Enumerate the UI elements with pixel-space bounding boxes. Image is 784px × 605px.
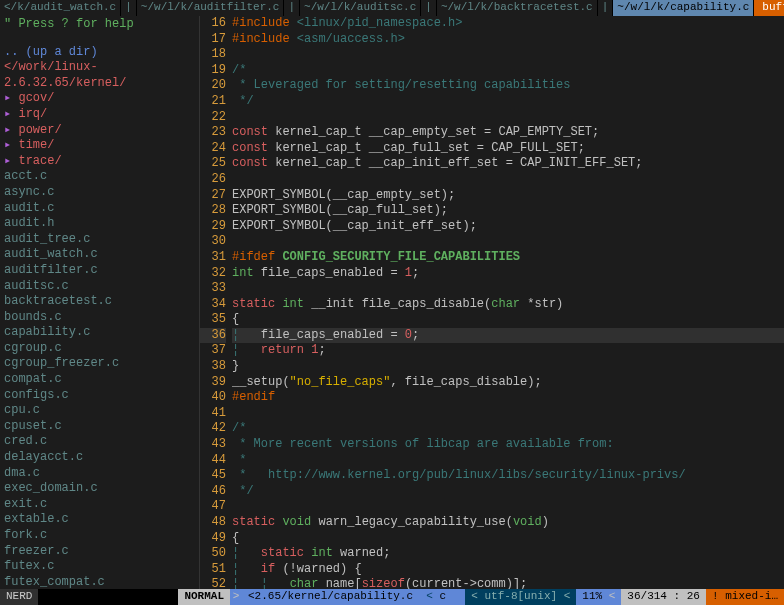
line-number: 34 bbox=[200, 297, 226, 313]
code-line[interactable]: const kernel_cap_t __cap_empty_set = CAP… bbox=[232, 125, 784, 141]
code-line[interactable]: EXPORT_SYMBOL(__cap_full_set); bbox=[232, 203, 784, 219]
code-line[interactable] bbox=[232, 110, 784, 126]
file-entry[interactable]: audit_watch.c bbox=[4, 247, 195, 263]
dir-entry[interactable]: ▸ gcov/ bbox=[4, 91, 195, 107]
code-line[interactable]: */ bbox=[232, 94, 784, 110]
file-entry[interactable]: dma.c bbox=[4, 466, 195, 482]
code-line[interactable]: ¦ if (!warned) { bbox=[232, 562, 784, 578]
file-list: acct.c async.c audit.c audit.h audit_tre… bbox=[4, 169, 195, 589]
line-number: 52 bbox=[200, 577, 226, 589]
code-line[interactable]: ¦ ¦ char name[sizeof(current->comm)]; bbox=[232, 577, 784, 589]
tab-2[interactable]: ~/w/l/k/auditsc.c bbox=[300, 0, 421, 16]
file-entry[interactable]: capability.c bbox=[4, 325, 195, 341]
status-separator: > bbox=[230, 589, 242, 605]
code-line[interactable]: const kernel_cap_t __cap_init_eff_set = … bbox=[232, 156, 784, 172]
dir-entry[interactable]: ▸ power/ bbox=[4, 123, 195, 139]
line-number: 23 bbox=[200, 125, 226, 141]
file-entry[interactable]: extable.c bbox=[4, 512, 195, 528]
file-entry[interactable]: delayacct.c bbox=[4, 450, 195, 466]
file-entry[interactable]: fork.c bbox=[4, 528, 195, 544]
dir-entry[interactable]: ▸ trace/ bbox=[4, 154, 195, 170]
code-line[interactable]: */ bbox=[232, 484, 784, 500]
file-entry[interactable]: cgroup_freezer.c bbox=[4, 356, 195, 372]
file-entry[interactable]: cpuset.c bbox=[4, 419, 195, 435]
file-entry[interactable]: configs.c bbox=[4, 388, 195, 404]
code-line[interactable]: #endif bbox=[232, 390, 784, 406]
line-number: 31 bbox=[200, 250, 226, 266]
file-entry[interactable]: exec_domain.c bbox=[4, 481, 195, 497]
file-entry[interactable]: audit_tree.c bbox=[4, 232, 195, 248]
line-number: 41 bbox=[200, 406, 226, 422]
line-number: 18 bbox=[200, 47, 226, 63]
file-entry[interactable]: async.c bbox=[4, 185, 195, 201]
status-percent: 11% < bbox=[576, 589, 621, 605]
code-line[interactable]: /* bbox=[232, 63, 784, 79]
code-line[interactable]: ¦ file_caps_enabled = 0; bbox=[232, 328, 784, 344]
code-line[interactable] bbox=[232, 234, 784, 250]
current-path: </work/linux-2.6.32.65/kernel/ bbox=[4, 60, 195, 91]
code-line[interactable]: { bbox=[232, 531, 784, 547]
code-line[interactable]: } bbox=[232, 359, 784, 375]
code-line[interactable]: * Leveraged for setting/resetting capabi… bbox=[232, 78, 784, 94]
line-number: 25 bbox=[200, 156, 226, 172]
line-number: 38 bbox=[200, 359, 226, 375]
file-entry[interactable]: auditsc.c bbox=[4, 279, 195, 295]
file-entry[interactable]: audit.c bbox=[4, 201, 195, 217]
code-line[interactable] bbox=[232, 406, 784, 422]
code-line[interactable]: static void warn_legacy_capability_use(v… bbox=[232, 515, 784, 531]
file-entry[interactable]: futex.c bbox=[4, 559, 195, 575]
code-line[interactable]: static int __init file_caps_disable(char… bbox=[232, 297, 784, 313]
line-number: 32 bbox=[200, 266, 226, 282]
file-entry[interactable]: bounds.c bbox=[4, 310, 195, 326]
dir-entry[interactable]: ▸ time/ bbox=[4, 138, 195, 154]
line-number: 26 bbox=[200, 172, 226, 188]
dir-entry[interactable]: ▸ irq/ bbox=[4, 107, 195, 123]
line-number: 29 bbox=[200, 219, 226, 235]
code-line[interactable] bbox=[232, 281, 784, 297]
code-line[interactable]: #ifdef CONFIG_SECURITY_FILE_CAPABILITIES bbox=[232, 250, 784, 266]
code-line[interactable] bbox=[232, 499, 784, 515]
tab-1[interactable]: ~/w/l/k/auditfilter.c bbox=[137, 0, 285, 16]
line-number: 39 bbox=[200, 375, 226, 391]
line-number: 19 bbox=[200, 63, 226, 79]
code-line[interactable]: { bbox=[232, 312, 784, 328]
line-number: 46 bbox=[200, 484, 226, 500]
file-entry[interactable]: auditfilter.c bbox=[4, 263, 195, 279]
code-line[interactable]: #include <linux/pid_namespace.h> bbox=[232, 16, 784, 32]
code-line[interactable]: * http://www.kernel.org/pub/linux/libs/s… bbox=[232, 468, 784, 484]
file-entry[interactable]: compat.c bbox=[4, 372, 195, 388]
code-line[interactable]: __setup("no_file_caps", file_caps_disabl… bbox=[232, 375, 784, 391]
code-line[interactable]: * More recent versions of libcap are ava… bbox=[232, 437, 784, 453]
file-entry[interactable]: audit.h bbox=[4, 216, 195, 232]
line-number: 24 bbox=[200, 141, 226, 157]
code-line[interactable]: int file_caps_enabled = 1; bbox=[232, 266, 784, 282]
line-number: 27 bbox=[200, 188, 226, 204]
file-entry[interactable]: exit.c bbox=[4, 497, 195, 513]
up-dir[interactable]: .. (up a dir) bbox=[4, 45, 195, 61]
code-line[interactable] bbox=[232, 47, 784, 63]
buffers-button[interactable]: buffers bbox=[754, 0, 784, 16]
tab-0[interactable]: </k/audit_watch.c bbox=[0, 0, 121, 16]
code-line[interactable] bbox=[232, 172, 784, 188]
tab-4[interactable]: ~/w/l/k/capability.c bbox=[613, 0, 754, 16]
file-entry[interactable]: cgroup.c bbox=[4, 341, 195, 357]
code-line[interactable]: ¦ return 1; bbox=[232, 343, 784, 359]
tab-3[interactable]: ~/w/l/k/backtracetest.c bbox=[437, 0, 598, 16]
file-entry[interactable]: acct.c bbox=[4, 169, 195, 185]
file-entry[interactable]: cred.c bbox=[4, 434, 195, 450]
code-line[interactable]: EXPORT_SYMBOL(__cap_init_eff_set); bbox=[232, 219, 784, 235]
code-line[interactable]: * bbox=[232, 453, 784, 469]
file-entry[interactable]: freezer.c bbox=[4, 544, 195, 560]
code-line[interactable]: EXPORT_SYMBOL(__cap_empty_set); bbox=[232, 188, 784, 204]
code-editor[interactable]: 1617181920212223242526272829303132333435… bbox=[200, 16, 784, 589]
code-line[interactable]: /* bbox=[232, 421, 784, 437]
file-entry[interactable]: backtracetest.c bbox=[4, 294, 195, 310]
status-nerd: NERD bbox=[0, 589, 38, 605]
file-tree-sidebar[interactable]: " Press ? for help .. (up a dir) </work/… bbox=[0, 16, 200, 589]
code-content[interactable]: #include <linux/pid_namespace.h>#include… bbox=[232, 16, 784, 589]
code-line[interactable]: #include <asm/uaccess.h> bbox=[232, 32, 784, 48]
file-entry[interactable]: futex_compat.c bbox=[4, 575, 195, 589]
code-line[interactable]: const kernel_cap_t __cap_full_set = CAP_… bbox=[232, 141, 784, 157]
file-entry[interactable]: cpu.c bbox=[4, 403, 195, 419]
code-line[interactable]: ¦ static int warned; bbox=[232, 546, 784, 562]
